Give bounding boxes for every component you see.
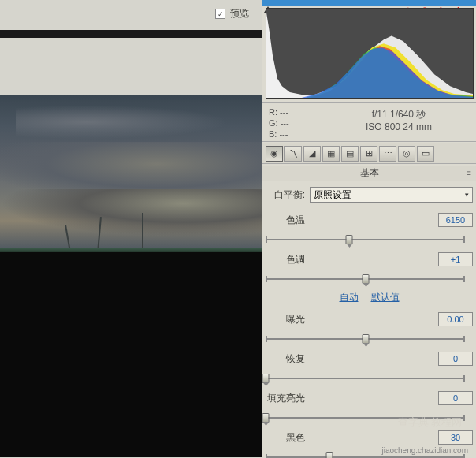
wb-select[interactable]: 原照设置 ▾: [310, 187, 473, 203]
tint-label: 色调: [266, 253, 310, 266]
section-title: 基本: [360, 166, 379, 180]
exif-iso-focal: ISO 800 24 mm: [325, 121, 473, 133]
temp-slider-row: [266, 233, 473, 246]
histogram[interactable]: [266, 8, 474, 99]
tint-label-row: 色调 +1: [266, 248, 473, 271]
recovery-slider[interactable]: [266, 372, 465, 385]
recovery-label: 恢复: [266, 352, 310, 366]
tint-slider[interactable]: [266, 273, 465, 285]
exposure-value[interactable]: 0.00: [438, 312, 473, 326]
tab-curve-icon[interactable]: 〽: [284, 146, 302, 162]
fill-label: 填充亮光: [266, 392, 310, 405]
blacks-value[interactable]: 30: [438, 430, 473, 445]
fill-label-row: 填充亮光 0: [266, 386, 473, 410]
wb-label: 白平衡:: [266, 188, 310, 202]
tab-basic-icon[interactable]: ◉: [266, 146, 283, 162]
wb-selected: 原照设置: [314, 188, 351, 202]
tab-split-icon[interactable]: ▤: [341, 146, 359, 162]
image-preview[interactable]: [0, 95, 262, 457]
tint-value[interactable]: +1: [438, 252, 473, 266]
watermark-url: jiaocheng.chazidian.com: [381, 446, 468, 455]
rgb-readout: R: --- G: --- B: ---: [262, 103, 322, 141]
preview-pane: ✓ 预览: [0, 0, 262, 458]
camera-info-bar: R: --- G: --- B: --- f/11 1/640 秒 ISO 80…: [262, 102, 476, 142]
temp-slider[interactable]: [266, 233, 465, 246]
blacks-label: 黑色: [266, 431, 310, 445]
tab-detail-icon[interactable]: ◢: [303, 146, 321, 162]
recovery-value[interactable]: 0: [438, 352, 473, 366]
tab-lens-icon[interactable]: ⊞: [360, 146, 377, 162]
recovery-slider-row: [266, 372, 473, 385]
exposure-label: 曝光: [266, 313, 310, 326]
temp-value[interactable]: 6150: [438, 213, 473, 227]
preview-checkbox[interactable]: ✓: [215, 9, 225, 19]
exposure-slider[interactable]: [266, 333, 465, 345]
histogram-svg: [266, 9, 473, 98]
white-balance-row: 白平衡: 原照设置 ▾: [266, 183, 473, 207]
readout-b: B: ---: [269, 128, 315, 140]
readout-r: R: ---: [269, 106, 315, 117]
default-link[interactable]: 默认值: [371, 291, 400, 304]
exif-readout: f/11 1/640 秒 ISO 800 24 mm: [322, 103, 476, 141]
chevron-down-icon: ▾: [465, 191, 469, 199]
auto-link[interactable]: 自动: [340, 291, 359, 304]
readout-g: G: ---: [269, 117, 315, 128]
tab-camera-icon[interactable]: ◎: [398, 146, 415, 162]
auto-default-row: 自动 默认值: [266, 289, 473, 306]
image-border-top: [0, 30, 262, 38]
tab-presets-icon[interactable]: ▭: [417, 146, 434, 162]
exif-aperture-shutter: f/11 1/640 秒: [325, 108, 473, 121]
tint-slider-row: [266, 273, 473, 285]
panel-tab-bar: ◉ 〽 ◢ ▦ ▤ ⊞ ⋯ ◎ ▭: [262, 143, 476, 164]
adjustments-panel: 脚本之家 www.jb51.net R: --- G: --- B: --- f…: [262, 0, 476, 458]
fill-value[interactable]: 0: [438, 391, 473, 405]
section-menu-icon[interactable]: ≡: [467, 169, 471, 177]
watermark-text: 查字典 教程网: [398, 415, 462, 430]
tab-fx-icon[interactable]: ⋯: [379, 146, 396, 162]
tab-hsl-icon[interactable]: ▦: [322, 146, 340, 162]
temp-label: 色温: [266, 214, 310, 227]
recovery-label-row: 恢复 0: [266, 347, 473, 370]
exposure-slider-row: [266, 333, 473, 345]
exposure-label-row: 曝光 0.00: [266, 307, 473, 331]
temp-label-row: 色温 6150: [266, 208, 473, 232]
preview-label: 预览: [230, 7, 249, 20]
section-header: 基本 ≡: [262, 166, 476, 181]
preview-toolbar: ✓ 预览: [0, 0, 262, 28]
